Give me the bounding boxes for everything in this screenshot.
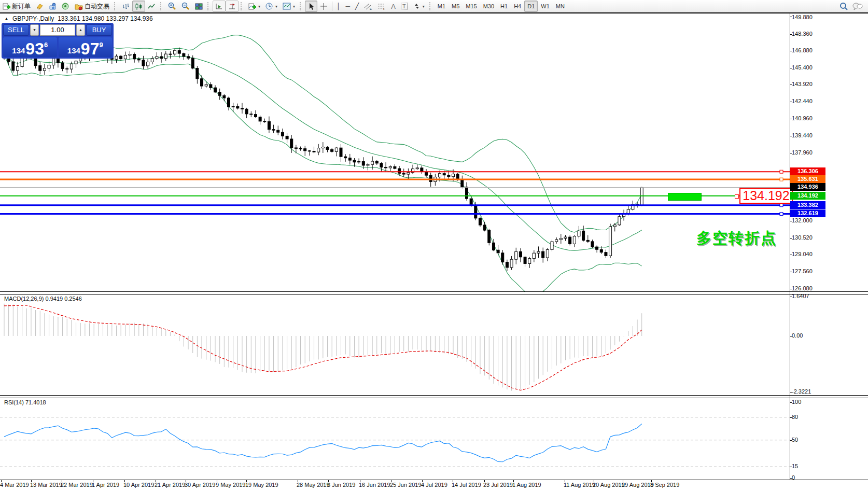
auto-trading-button[interactable]: 自动交易: [72, 1, 112, 12]
vertical-line-button[interactable]: │: [334, 1, 343, 12]
toolbar-separator: [332, 2, 332, 11]
trendline-button[interactable]: ╱: [353, 1, 361, 12]
rsi-canvas[interactable]: [0, 397, 790, 480]
line-chart-button[interactable]: [145, 1, 158, 12]
price-axis-border: [790, 13, 790, 480]
price-tick-label: 139.440: [792, 132, 813, 138]
text-button[interactable]: A: [388, 1, 398, 12]
tf-h4-button[interactable]: H4: [511, 1, 524, 12]
rsi-line: [4, 424, 642, 461]
svg-text:E: E: [370, 7, 372, 10]
date-tick-label: 23 Jul 2019: [483, 482, 513, 488]
templates-button[interactable]: ▾: [280, 1, 298, 12]
volume-increase-button[interactable]: ▲: [76, 24, 85, 36]
macd-canvas[interactable]: [0, 293, 790, 395]
clock-icon: [265, 3, 273, 10]
sell-button[interactable]: SELL: [3, 24, 29, 36]
sell-price-main: 93: [25, 41, 44, 56]
cursor-icon: [307, 3, 315, 10]
buy-price-display[interactable]: 134 97 9: [59, 37, 113, 57]
signal-button[interactable]: [59, 1, 72, 12]
price-tick-label: 137.960: [792, 149, 813, 156]
date-tick-label: 22 Mar 2019: [61, 482, 93, 488]
bar-chart-icon: [122, 3, 130, 10]
horizontal-line-icon: ─: [346, 3, 351, 10]
chat-icon[interactable]: [852, 2, 863, 10]
tf-d1-button[interactable]: D1: [524, 1, 538, 12]
crosshair-button[interactable]: [317, 1, 330, 12]
price-chart-canvas[interactable]: [0, 13, 790, 291]
profile-button[interactable]: [46, 1, 59, 12]
tf-m5-button[interactable]: M5: [449, 1, 463, 12]
text-label-button[interactable]: T: [398, 1, 410, 12]
tile-windows-button[interactable]: [192, 1, 205, 12]
zoom-out-icon: [181, 2, 190, 10]
buy-button[interactable]: BUY: [86, 24, 112, 36]
candle-chart-icon: [135, 3, 143, 10]
horizontal-line-button[interactable]: ─: [343, 1, 353, 12]
cursor-button[interactable]: [305, 1, 317, 12]
tf-m15-button[interactable]: M15: [463, 1, 480, 12]
turning-point-highlight[interactable]: [668, 193, 702, 201]
date-tick-label: 4 Mar 2019: [0, 482, 29, 488]
candle-chart-button[interactable]: [132, 1, 145, 12]
eraser-button[interactable]: [33, 1, 46, 12]
tf-m30-button[interactable]: M30: [480, 1, 497, 12]
profile-icon: [49, 3, 57, 10]
auto-scroll-button[interactable]: [213, 1, 226, 12]
macd-tick-label: 1.6407: [792, 293, 809, 299]
search-icon[interactable]: [839, 2, 848, 11]
auto-trading-icon: [75, 3, 83, 10]
chart-symbol-period: GBPJPY-,Daily: [12, 15, 54, 22]
auto-scroll-icon: [215, 3, 223, 10]
new-order-icon: [3, 3, 10, 10]
zoom-in-button[interactable]: [165, 1, 179, 12]
periods-button[interactable]: ▾: [263, 1, 280, 12]
new-order-button[interactable]: 新订单: [0, 1, 33, 12]
price-line-label: 135.631: [790, 175, 825, 183]
rsi-label: RSI(14) 71.4018: [4, 399, 46, 405]
arrows-button[interactable]: ▾: [410, 1, 427, 12]
volume-decrease-button[interactable]: ▼: [30, 24, 39, 36]
price-line-label: 134.192: [790, 192, 825, 200]
date-tick-label: 25 Jun 2019: [390, 482, 422, 488]
date-axis-line: [0, 480, 868, 480]
tf-mn-button[interactable]: MN: [553, 1, 568, 12]
toolbar-grip: [241, 2, 244, 10]
chart-shift-button[interactable]: [226, 1, 239, 12]
volume-input[interactable]: 1.00: [40, 24, 75, 36]
buy-price-prefix: 134: [67, 46, 80, 55]
mt4-window: 新订单 自动交易: [0, 0, 868, 491]
tf-w1-button[interactable]: W1: [538, 1, 553, 12]
channel-button[interactable]: E: [361, 1, 375, 12]
dropdown-icon: ▾: [275, 4, 277, 9]
date-tick-label: 1 Apr 2019: [92, 482, 119, 488]
sell-price-display[interactable]: 134 93 6: [3, 37, 57, 57]
channel-icon: E: [364, 3, 372, 10]
zoom-in-icon: [168, 2, 176, 10]
rsi-tick-label: 50: [792, 437, 798, 443]
date-tick-label: 19 May 2019: [245, 482, 278, 488]
price-callout-box[interactable]: 134.192: [739, 188, 793, 204]
price-tick-label: 143.920: [792, 81, 813, 87]
tf-h1-button[interactable]: H1: [497, 1, 511, 12]
macd-tick-label: -2.3221: [792, 388, 811, 395]
bar-chart-button[interactable]: [119, 1, 132, 12]
tf-m1-button[interactable]: M1: [435, 1, 449, 12]
zoom-out-button[interactable]: [179, 1, 192, 12]
price-tick-label: 149.880: [792, 14, 813, 20]
candles: [3, 44, 643, 271]
buy-price-pip: 9: [99, 41, 103, 49]
price-tick-label: 126.080: [792, 285, 813, 291]
fibonacci-button[interactable]: F: [375, 1, 388, 12]
indicators-button[interactable]: ▾: [246, 1, 263, 12]
line-chart-icon: [148, 3, 156, 10]
date-tick-label: 21 Apr 2019: [155, 482, 185, 488]
toolbar-grip: [114, 2, 118, 10]
sell-price-prefix: 134: [12, 46, 25, 55]
macd-label: MACD(12,26,9) 0.9419 0.2546: [4, 296, 82, 302]
turning-point-note[interactable]: 多空转折点: [696, 228, 777, 249]
toolbar-right: [839, 2, 868, 11]
collapse-panel-icon[interactable]: ▲: [4, 16, 9, 21]
toolbar: 新订单 自动交易: [0, 0, 868, 12]
